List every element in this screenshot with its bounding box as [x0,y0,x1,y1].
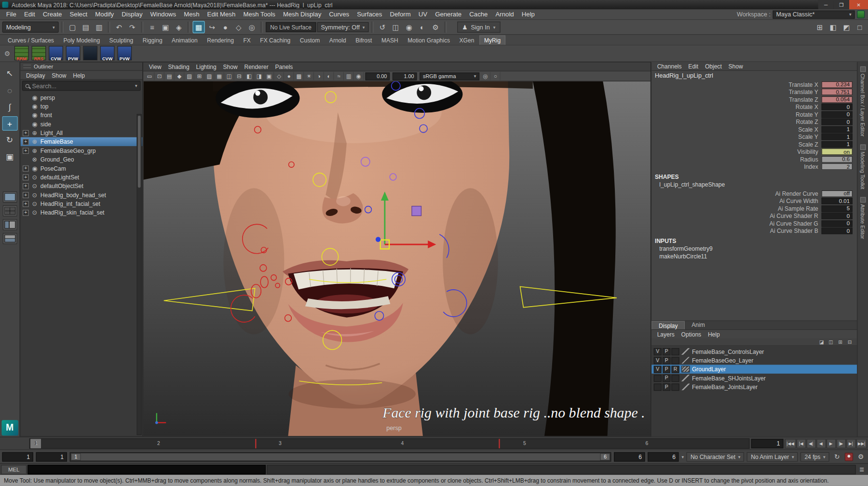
character-set-dropdown[interactable]: No Character Set ▾ [687,452,745,461]
channel-value-field[interactable]: on [822,148,853,155]
layer-editor-tab[interactable]: Anim [685,321,712,329]
range-end-handle[interactable]: 6 [600,453,610,460]
camera-attributes-icon[interactable]: ▤ [165,72,175,80]
loop-mode-icon[interactable]: ↻ [832,452,842,461]
range-fill[interactable] [81,453,600,460]
separator[interactable] [371,22,374,33]
outliner-item[interactable]: ◉ top [20,102,142,110]
current-time-field[interactable]: 1 [751,439,784,448]
new-scene-icon[interactable]: ▢ [67,21,79,33]
outliner-item[interactable]: ◉ front [20,111,142,120]
side-panel-tab[interactable]: Modeling Toolkit [860,144,866,189]
toggle-fullscreen-icon[interactable]: □ [854,21,866,33]
shelf-item-cvw-2[interactable]: CVW [100,46,115,61]
go-to-start-button[interactable]: |◀◀ [785,439,796,448]
shelf-tab[interactable]: FX [239,36,255,45]
range-start-handle[interactable]: 1 [71,453,81,460]
oversampling-icon[interactable]: ▨ [205,72,215,80]
shelf-tab[interactable]: XGen [455,36,478,45]
depth-of-field-icon[interactable]: ◉ [354,72,364,80]
purple-control-square[interactable] [412,206,421,216]
use-all-lights-icon[interactable]: ☀ [304,72,314,80]
layout-four-pane-button[interactable] [2,205,17,216]
outliner-title-bar[interactable]: Outliner [20,63,142,71]
outliner-item[interactable]: ◉ persp [20,93,142,102]
expand-icon[interactable]: + [23,201,29,207]
select-camera-icon[interactable]: ▭ [145,72,155,80]
viewport-menu-item[interactable]: Shading [165,63,193,70]
redo-icon[interactable]: ↷ [126,21,138,33]
fps-dropdown[interactable]: 24 fps ▾ [800,452,829,461]
side-panel-tab[interactable]: Attribute Editor [860,197,866,239]
symmetry-dropdown[interactable]: Symmetry: Off ▾ [317,22,368,32]
auto-keyframe-icon[interactable] [845,452,853,460]
workspace-preset-icon[interactable] [857,11,865,18]
motion-blur-icon[interactable]: ≈ [334,72,344,80]
save-scene-icon[interactable]: ▥ [93,21,105,33]
exposure-field[interactable]: 0.00 [366,72,390,80]
outliner-scrollbar[interactable] [137,114,142,435]
playback-start-field[interactable]: 1 [36,452,67,461]
layer-visibility-toggle[interactable]: V [654,348,662,355]
play-backwards-button[interactable]: ◀ [816,439,826,448]
2d-pan-zoom-icon[interactable]: ⊞ [195,72,204,80]
toggle-panel-layout-icon[interactable]: ◧ [827,21,839,33]
input-node[interactable]: makeNurbCircle11 [651,252,857,260]
maximize-button[interactable]: ❐ [834,0,849,10]
shelf-tab[interactable]: FX Caching [256,36,295,45]
viewport-menu-item[interactable]: View [146,63,165,70]
layer-color-chip[interactable] [681,375,690,381]
menu-item[interactable]: Curves [325,9,353,20]
expand-icon[interactable] [23,103,29,109]
menu-item[interactable]: Display [118,9,146,20]
layer-playback-toggle[interactable]: P [663,357,670,364]
shelf-tab[interactable]: Arnold [325,36,351,45]
shelf-tab[interactable]: Custom [296,36,325,45]
expand-icon[interactable] [23,156,29,162]
channel-value-field[interactable]: off [822,190,853,197]
live-surface-field[interactable]: No Live Surface [266,22,316,32]
viewport-menu-item[interactable]: Lighting [193,63,220,70]
shelf-item-rig-head[interactable] [82,46,98,61]
outliner-item[interactable]: ⊗ Ground_Geo [20,155,142,163]
scrollbar-thumb[interactable] [138,116,141,188]
expand-icon[interactable]: + [23,130,29,136]
layer-row[interactable]: V P FemaleBase_ControlsLayer [651,347,857,356]
separator[interactable] [141,22,144,33]
keyframe-tick[interactable] [499,439,500,448]
menu-item[interactable]: Mesh Tools [239,9,279,20]
channel-box-menu-item[interactable]: Channels [654,63,685,69]
menu-set-dropdown[interactable]: Modeling ▾ [2,22,59,33]
ipr-render-icon[interactable]: ◐ [416,21,428,33]
layer-editor-menu-item[interactable]: Help [705,331,723,338]
expand-icon[interactable]: + [23,174,29,180]
snap-to-grid-icon[interactable]: ▦ [192,21,204,33]
menu-item[interactable]: Select [66,9,91,20]
layer-editor-menu-item[interactable]: Layers [654,331,678,338]
shelf-tab[interactable]: Curves / Surfaces [3,36,58,45]
screen-space-ao-icon[interactable]: ◐ [325,72,334,80]
channel-box-menu-item[interactable]: Edit [685,63,702,69]
layer-playback-toggle[interactable]: P [663,375,670,382]
shelf-tab[interactable]: MASH [377,36,403,45]
separator[interactable] [445,22,447,33]
outliner-item[interactable]: + ⊙ HeadRig_skin_facial_set [20,208,142,217]
isolate-select-icon[interactable]: ◎ [481,72,491,80]
layout-single-pane-button[interactable] [2,191,17,202]
expand-icon[interactable]: + [23,165,29,172]
channel-value-field[interactable]: 1 [822,134,853,140]
minimize-button[interactable]: ─ [818,0,834,10]
snap-to-curve-icon[interactable]: ↪ [206,21,218,33]
resolution-gate-icon[interactable]: ⊟ [235,72,244,80]
shelf-tab[interactable]: Bifrost [351,36,377,45]
outliner-item[interactable]: + ⊙ HeadRig_int_facial_set [20,199,142,208]
outliner-item[interactable]: + ⊙ HeadRig_body_head_set [20,190,142,199]
shelf-tab[interactable]: Rigging [138,36,167,45]
render-current-frame-icon[interactable]: ◉ [403,21,415,33]
layout-persp-outliner-button[interactable] [2,219,17,230]
shelf-item-rrs[interactable]: RRS [31,46,46,61]
channel-value-field[interactable]: 0 [822,104,853,110]
expand-icon[interactable]: + [23,183,29,189]
safe-action-icon[interactable]: ◨ [255,72,264,80]
safe-title-icon[interactable]: ▣ [265,72,274,80]
